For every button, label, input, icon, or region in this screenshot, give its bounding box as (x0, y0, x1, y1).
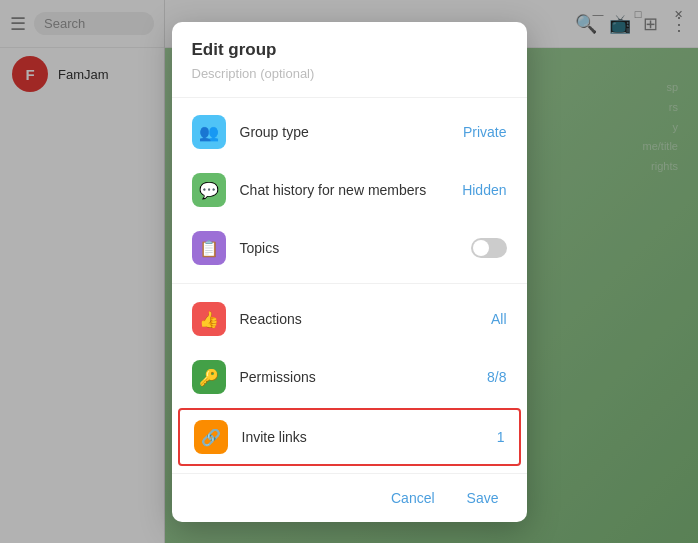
close-button[interactable]: ✕ (658, 0, 698, 28)
menu-item-topics[interactable]: 📋 Topics (172, 219, 527, 277)
maximize-button[interactable]: □ (618, 0, 658, 28)
invite-links-value: 1 (497, 429, 505, 445)
group-type-value: Private (463, 124, 507, 140)
modal-subtitle: Description (optional) (192, 66, 507, 81)
group-type-icon: 👥 (192, 115, 226, 149)
modal-footer: Cancel Save (172, 473, 527, 522)
permissions-label: Permissions (240, 369, 488, 385)
modal-overlay: Edit group Description (optional) 👥 Grou… (0, 0, 698, 543)
reactions-value: All (491, 311, 507, 327)
chat-history-label: Chat history for new members (240, 182, 463, 198)
toggle-knob (473, 240, 489, 256)
menu-item-group-type[interactable]: 👥 Group type Private (172, 103, 527, 161)
menu-item-chat-history[interactable]: 💬 Chat history for new members Hidden (172, 161, 527, 219)
modal-divider-top (172, 97, 527, 98)
topics-toggle[interactable] (471, 238, 507, 258)
modal-body: 👥 Group type Private 💬 Chat history for … (172, 103, 527, 472)
window-controls: — □ ✕ (578, 0, 698, 28)
modal-title: Edit group (192, 40, 507, 60)
minimize-button[interactable]: — (578, 0, 618, 28)
menu-item-administrators[interactable]: 🛡 Administrators 1 (172, 468, 527, 472)
invite-links-label: Invite links (242, 429, 497, 445)
permissions-icon: 🔑 (192, 360, 226, 394)
permissions-value: 8/8 (487, 369, 506, 385)
menu-item-invite-links[interactable]: 🔗 Invite links 1 (178, 408, 521, 466)
chat-history-value: Hidden (462, 182, 506, 198)
topics-label: Topics (240, 240, 471, 256)
menu-item-permissions[interactable]: 🔑 Permissions 8/8 (172, 348, 527, 406)
group-type-label: Group type (240, 124, 463, 140)
invite-links-icon: 🔗 (194, 420, 228, 454)
reactions-icon: 👍 (192, 302, 226, 336)
reactions-label: Reactions (240, 311, 491, 327)
cancel-button[interactable]: Cancel (383, 486, 443, 510)
save-button[interactable]: Save (459, 486, 507, 510)
topics-icon: 📋 (192, 231, 226, 265)
menu-item-reactions[interactable]: 👍 Reactions All (172, 290, 527, 348)
chat-history-icon: 💬 (192, 173, 226, 207)
modal-divider-mid (172, 283, 527, 284)
modal-header: Edit group Description (optional) (172, 22, 527, 91)
edit-group-modal: Edit group Description (optional) 👥 Grou… (172, 22, 527, 522)
